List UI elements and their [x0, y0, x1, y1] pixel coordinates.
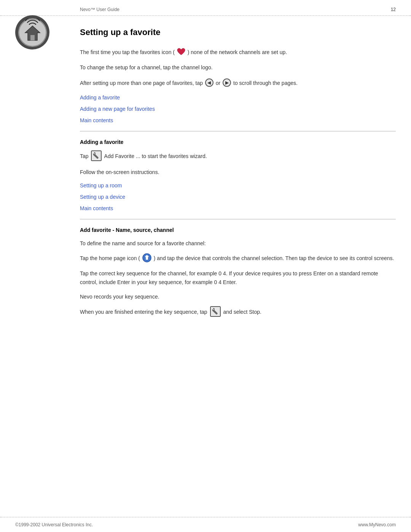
add-fav-para-2: Tap the home page icon ( ) and tap the d…: [80, 254, 396, 263]
svg-rect-2: [30, 35, 35, 40]
add-fav-para-1: To define the name and source for a favo…: [80, 239, 396, 248]
link-setting-up-room[interactable]: Setting up a room: [80, 182, 396, 189]
link-setting-up-device[interactable]: Setting up a device: [80, 194, 396, 200]
home-page-icon: [142, 255, 154, 261]
section-adding-favorite: Adding a favorite Tap Add Favorite ... t…: [80, 139, 396, 211]
section-add-favorite-name: Add favorite - Name, source, channel To …: [80, 227, 396, 318]
svg-point-4: [97, 157, 98, 158]
intro-paragraph-3: After setting up more than one page of f…: [80, 79, 396, 88]
link-main-contents-1[interactable]: Main contents: [80, 117, 396, 123]
page-title: Setting up a favorite: [80, 27, 396, 37]
wrench-icon-2: [210, 306, 221, 317]
logo-circle: [15, 15, 49, 50]
logo-area: [15, 15, 49, 50]
intro-paragraph-2: To change the setup for a channel, tap t…: [80, 63, 396, 72]
page-footer: ©1999-2002 Universal Electronics Inc. ww…: [0, 517, 411, 532]
right-arrow-icon: ▶: [223, 78, 231, 87]
divider-2: [80, 219, 396, 219]
link-adding-favorite[interactable]: Adding a favorite: [80, 94, 396, 101]
logo-svg: [18, 18, 47, 47]
add-fav-para-5: When you are finished entering the key s…: [80, 307, 396, 318]
adding-favorite-para-1: Tap Add Favorite ... to start the favori…: [80, 151, 396, 162]
adding-favorite-para-2: Follow the on-screen instructions.: [80, 168, 396, 176]
divider-1: [80, 131, 396, 131]
add-fav-para-3: Tap the correct key sequence for the cha…: [80, 269, 396, 286]
intro-paragraph-1: The first time you tap the favorites ico…: [80, 48, 396, 56]
links-section: Adding a favorite Adding a new page for …: [80, 94, 396, 123]
link-main-contents-2[interactable]: Main contents: [80, 205, 396, 211]
logo-inner: [18, 18, 47, 47]
heart-icon: [176, 49, 188, 55]
link-adding-new-page[interactable]: Adding a new page for favorites: [80, 106, 396, 112]
main-content: Setting up a favorite The first time you…: [80, 16, 396, 318]
page-header: Nevo™ User Guide 12: [0, 0, 411, 16]
section-heading-adding-favorite: Adding a favorite: [80, 139, 396, 145]
guide-title: Nevo™ User Guide: [80, 7, 119, 12]
left-arrow-icon: ◀: [205, 78, 213, 87]
footer-copyright: ©1999-2002 Universal Electronics Inc.: [15, 522, 93, 527]
page-container: Nevo™ User Guide 12 Setti: [0, 0, 411, 532]
add-fav-para-4: Nevo records your key sequence.: [80, 292, 396, 301]
page-number: 12: [391, 7, 396, 12]
svg-point-7: [216, 313, 217, 314]
section-heading-add-favorite-name: Add favorite - Name, source, channel: [80, 227, 396, 233]
footer-website: www.MyNevo.com: [358, 522, 396, 527]
wrench-icon-1: [91, 150, 102, 161]
